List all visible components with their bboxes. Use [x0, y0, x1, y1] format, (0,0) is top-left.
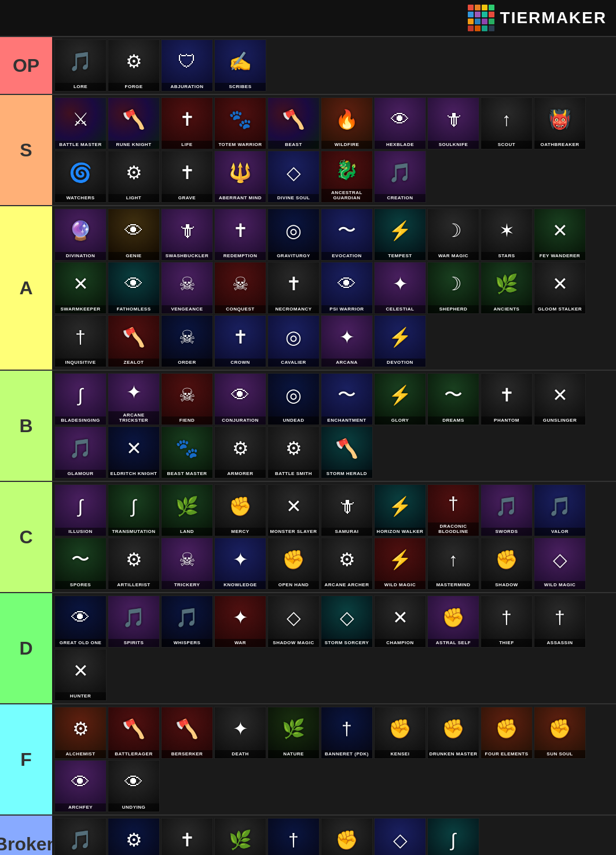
- tier-item[interactable]: ∫Illusion: [54, 484, 107, 536]
- tier-item[interactable]: 🌿Nature: [267, 707, 320, 759]
- tier-item[interactable]: ✦War: [214, 595, 266, 648]
- tier-item[interactable]: ✦Arcane Trickster: [108, 373, 160, 425]
- tier-item[interactable]: ∫Bladesinging: [54, 373, 107, 425]
- tier-item[interactable]: ∫Transmutation: [108, 484, 160, 536]
- tier-item[interactable]: †Thief: [481, 595, 533, 648]
- tier-item[interactable]: ✦Arcana: [321, 315, 373, 367]
- tier-item[interactable]: ✕Hunter: [54, 649, 107, 701]
- tier-item[interactable]: 🛡Abjuration: [161, 39, 213, 92]
- tier-item[interactable]: 〜Enchantment: [321, 373, 373, 425]
- tier-item[interactable]: 🪓Beast: [267, 97, 320, 149]
- tier-item[interactable]: ◎Cavalier: [267, 315, 320, 367]
- tier-item[interactable]: ✊Sun Soul: [534, 707, 586, 759]
- tier-item[interactable]: ⚙Alchemist: [54, 707, 107, 759]
- tier-item[interactable]: 👁Genie: [108, 209, 160, 261]
- tier-item[interactable]: ☠Order: [161, 315, 213, 367]
- tier-item[interactable]: ✝Peace: [161, 818, 213, 855]
- tier-item[interactable]: 🎵Glamour: [54, 426, 107, 478]
- tier-item[interactable]: 🪓Battlerager: [108, 707, 160, 759]
- tier-item[interactable]: ◇Storm Sorcery: [321, 595, 373, 648]
- tier-item[interactable]: ⚡Glory: [374, 373, 426, 425]
- tier-item[interactable]: ⚙Twilight: [108, 818, 160, 855]
- tier-item[interactable]: 👁Undying: [108, 760, 160, 812]
- tier-item[interactable]: 〜Dreams: [427, 373, 479, 425]
- tier-item[interactable]: 🎵Eloquence: [54, 818, 107, 855]
- tier-item[interactable]: ⚡Horizon Walker: [374, 484, 426, 536]
- tier-item[interactable]: ✝Necromancy: [267, 262, 320, 314]
- tier-item[interactable]: 🌿Ancients: [481, 262, 533, 314]
- tier-item[interactable]: ⚙Armorer: [214, 426, 266, 478]
- tier-item[interactable]: ✊Astral Self: [427, 595, 479, 648]
- tier-item[interactable]: ◇Wild Magic: [534, 538, 586, 590]
- tier-item[interactable]: ✊Long Death: [321, 818, 373, 855]
- tier-item[interactable]: 🪓Storm Herald: [321, 426, 373, 478]
- tier-item[interactable]: ☠Conquest: [214, 262, 266, 314]
- tier-item[interactable]: 🗡Soulknife: [427, 97, 479, 149]
- tier-item[interactable]: 🔱Aberrant Mind: [214, 151, 266, 203]
- tier-item[interactable]: ✦Knowledge: [214, 538, 266, 590]
- tier-item[interactable]: ✊Shadow: [481, 538, 533, 590]
- tier-item[interactable]: ☠Vengeance: [161, 262, 213, 314]
- tier-item[interactable]: 👁Archfey: [54, 760, 107, 812]
- tier-item[interactable]: 🌿Moon: [214, 818, 266, 855]
- tier-item[interactable]: ✕Champion: [374, 595, 426, 648]
- tier-item[interactable]: ⚔Battle Master: [54, 97, 107, 149]
- tier-item[interactable]: ☠Trickery: [161, 538, 213, 590]
- tier-item[interactable]: ⚙Light: [108, 151, 160, 203]
- tier-item[interactable]: †Inquisitive: [54, 315, 107, 367]
- tier-item[interactable]: 🔥Wildfire: [321, 97, 373, 149]
- tier-item[interactable]: ☠Fiend: [161, 373, 213, 425]
- tier-item[interactable]: ⚡Devotion: [374, 315, 426, 367]
- tier-item[interactable]: 🎵Spirits: [108, 595, 160, 648]
- tier-item[interactable]: ✝Life: [161, 97, 213, 149]
- tier-item[interactable]: ☽Shepherd: [427, 262, 479, 314]
- tier-item[interactable]: 👁Fathomless: [108, 262, 160, 314]
- tier-item[interactable]: ✕Gunslinger: [534, 373, 586, 425]
- tier-item[interactable]: 〜Spores: [54, 538, 107, 590]
- tier-item[interactable]: 🎵Valor: [534, 484, 586, 536]
- tier-item[interactable]: ✝Grave: [161, 151, 213, 203]
- tier-item[interactable]: ✕Swarmkeeper: [54, 262, 107, 314]
- tier-item[interactable]: 🎵Lore: [54, 39, 107, 92]
- tier-item[interactable]: ✊Drunken Master: [427, 707, 479, 759]
- tier-item[interactable]: ✍Scribes: [214, 39, 266, 92]
- tier-item[interactable]: ✦Celestial: [374, 262, 426, 314]
- tier-item[interactable]: ✕Fey Wanderer: [534, 209, 586, 261]
- tier-item[interactable]: 🪓Zealot: [108, 315, 160, 367]
- tier-item[interactable]: ✦Death: [214, 707, 266, 759]
- tier-item[interactable]: ✕Eldritch Knight: [108, 426, 160, 478]
- tier-item[interactable]: 👁Great Old One: [54, 595, 107, 648]
- tier-item[interactable]: 👁Psi Warrior: [321, 262, 373, 314]
- tier-item[interactable]: 👹Oathbreaker: [534, 97, 586, 149]
- tier-item[interactable]: ∫Chronurgy: [427, 818, 479, 855]
- tier-item[interactable]: 🌀Watchers: [54, 151, 107, 203]
- tier-item[interactable]: ◇Divine Soul: [267, 151, 320, 203]
- tier-item[interactable]: ✕Monster Slayer: [267, 484, 320, 536]
- tier-item[interactable]: 🎵Swords: [481, 484, 533, 536]
- tier-item[interactable]: ✝Phantom: [481, 373, 533, 425]
- tier-item[interactable]: 🐾Totem Warrior: [214, 97, 266, 149]
- tier-item[interactable]: 🐉Ancestral Guardian: [321, 151, 373, 203]
- tier-item[interactable]: ↑Scout: [481, 97, 533, 149]
- tier-item[interactable]: †Assassin: [534, 595, 586, 648]
- tier-item[interactable]: ✊Kensei: [374, 707, 426, 759]
- tier-item[interactable]: ◇Shadow Magic: [267, 595, 320, 648]
- tier-item[interactable]: 🎵Whispers: [161, 595, 213, 648]
- tier-item[interactable]: ◎Undead: [267, 373, 320, 425]
- tier-item[interactable]: ⚡Tempest: [374, 209, 426, 261]
- tier-item[interactable]: 👁Conjuration: [214, 373, 266, 425]
- tier-item[interactable]: 🪓Rune Knight: [108, 97, 160, 149]
- tier-item[interactable]: 🔮Divination: [54, 209, 107, 261]
- tier-item[interactable]: ⚙Artillerist: [108, 538, 160, 590]
- tier-item[interactable]: ✝Crown: [214, 315, 266, 367]
- tier-item[interactable]: 〜Evocation: [321, 209, 373, 261]
- tier-item[interactable]: ⚡Wild Magic: [374, 538, 426, 590]
- tier-item[interactable]: †Draconic Bloodline: [427, 484, 479, 536]
- tier-item[interactable]: ✊Open Hand: [267, 538, 320, 590]
- tier-item[interactable]: 🪓Berserker: [161, 707, 213, 759]
- tier-item[interactable]: 🐾Beast Master: [161, 426, 213, 478]
- tier-item[interactable]: ☽War Magic: [427, 209, 479, 261]
- tier-item[interactable]: ◇Clockwork Soul: [374, 818, 426, 855]
- tier-item[interactable]: ⚙Forge: [108, 39, 160, 92]
- tier-item[interactable]: 🗡Swashbuckler: [161, 209, 213, 261]
